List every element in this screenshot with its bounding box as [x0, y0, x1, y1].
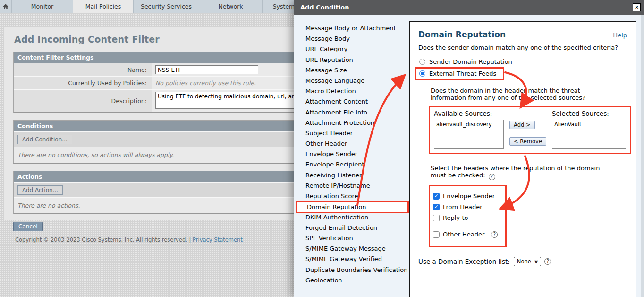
modal-header: Add Condition ✕ — [294, 0, 644, 15]
name-input[interactable] — [155, 65, 258, 74]
criteria-question: Does the sender domain match any one of … — [418, 44, 627, 51]
condition-list-item[interactable]: DKIM Authentication — [294, 212, 409, 223]
name-label: Name: — [14, 63, 152, 76]
close-button[interactable]: ✕ — [633, 3, 641, 11]
chevron-down-icon: ∨ — [534, 259, 538, 264]
checkbox-label: Reply-to — [443, 214, 468, 221]
condition-list-item[interactable]: Envelope Recipient — [294, 159, 409, 170]
description-label: Description: — [14, 89, 152, 112]
condition-list-item[interactable]: Macro Detection — [294, 86, 409, 96]
condition-list-item[interactable]: SPF Verification — [294, 233, 409, 244]
headers-question: Select the headers where the reputation … — [431, 165, 609, 180]
tab-network[interactable]: Network — [199, 0, 263, 13]
condition-list-item[interactable]: Attachment File Info — [294, 107, 409, 118]
remove-source-button[interactable]: < Remove — [509, 137, 546, 146]
checkbox-other-header[interactable]: Other Header — [433, 230, 498, 239]
tab-security-services[interactable]: Security Services — [134, 0, 199, 13]
condition-list-item[interactable]: Attachment Content — [294, 96, 409, 107]
copyright-text: Copyright © 2003-2023 Cisco Systems, Inc… — [15, 236, 191, 243]
policies-value: No policies currently use this rule. — [155, 79, 256, 87]
radio-label: Sender Domain Reputation — [429, 58, 512, 65]
condition-list-item[interactable]: URL Category — [294, 44, 409, 54]
condition-list-item-domain-reputation[interactable]: Domain Reputation — [296, 201, 409, 213]
checkbox-checked-icon — [433, 193, 440, 200]
panel-title: Domain Reputation — [418, 30, 506, 39]
modal-title: Add Condition — [300, 4, 349, 11]
radio-on-icon — [419, 70, 425, 77]
condition-list-item[interactable]: Message Body — [294, 34, 409, 44]
sources-question: Does the domain in the header match the … — [431, 87, 597, 101]
condition-list-item[interactable]: Geolocation — [294, 275, 409, 286]
checkbox-unchecked-icon — [433, 231, 440, 238]
add-action-button[interactable]: Add Action... — [17, 185, 63, 195]
annotation-box-sources: Available Sources: alienvault_discovery … — [429, 106, 631, 154]
tab-mail-policies[interactable]: Mail Policies — [73, 0, 134, 13]
condition-list-item[interactable]: URL Reputation — [294, 55, 409, 65]
radio-off-icon — [419, 59, 425, 65]
domain-exception-label: Use a Domain Exception list: — [418, 258, 510, 265]
condition-list-item[interactable]: S/MIME Gateway Message — [294, 244, 409, 254]
home-icon — [2, 3, 9, 10]
annotation-box-headers: Envelope Sender From Header Reply-to Oth… — [429, 185, 507, 247]
checkbox-label: Envelope Sender — [443, 192, 495, 200]
help-icon[interactable] — [491, 231, 498, 238]
available-sources-listbox[interactable]: alienvault_discovery — [434, 120, 504, 149]
checkbox-checked-icon — [433, 204, 440, 210]
checkbox-reply-to[interactable]: Reply-to — [433, 214, 498, 222]
checkbox-label: Other Header — [443, 231, 484, 238]
help-icon[interactable] — [544, 258, 551, 265]
available-sources-label: Available Sources: — [434, 110, 504, 117]
tab-monitor[interactable]: Monitor — [12, 0, 73, 13]
condition-list-item[interactable]: Envelope Sender — [294, 149, 409, 159]
condition-list-item[interactable]: Subject Header — [294, 128, 409, 139]
checkbox-from-header[interactable]: From Header — [433, 203, 498, 211]
modal-right-strip — [641, 15, 644, 297]
condition-list-item[interactable]: Duplicate Boundaries Verification — [294, 265, 409, 275]
list-item[interactable]: alienvault_discovery — [436, 121, 501, 128]
add-source-button[interactable]: Add > — [509, 121, 535, 129]
privacy-statement-link[interactable]: Privacy Statement — [193, 236, 243, 243]
condition-list-item[interactable]: Receiving Listener — [294, 170, 409, 181]
selected-sources-listbox[interactable]: AlienVault — [552, 120, 626, 149]
selected-sources-label: Selected Sources: — [552, 110, 626, 117]
condition-list-item[interactable]: Attachment Protection — [294, 118, 409, 128]
checkbox-unchecked-icon — [433, 215, 440, 221]
home-tab[interactable] — [0, 0, 12, 13]
domain-reputation-panel: Domain Reputation Help Does the sender d… — [409, 21, 636, 297]
add-condition-button[interactable]: Add Condition... — [17, 135, 72, 144]
close-icon: ✕ — [635, 5, 639, 10]
radio-external-threat-feeds[interactable]: External Threat Feeds — [429, 70, 496, 77]
cancel-button[interactable]: Cancel — [13, 222, 43, 231]
annotation-box-external-threat-feeds: External Threat Feeds — [415, 67, 504, 80]
checkbox-label: From Header — [443, 203, 483, 210]
help-link[interactable]: Help — [613, 32, 627, 39]
headers-question-text: Select the headers where the reputation … — [431, 165, 600, 179]
condition-list-item[interactable]: Message Body or Attachment — [294, 23, 409, 34]
list-item[interactable]: AlienVault — [554, 121, 624, 128]
help-icon[interactable] — [489, 174, 495, 180]
domain-exception-select[interactable]: None ∨ — [514, 257, 541, 266]
policies-label: Currently Used by Policies: — [14, 76, 152, 89]
condition-list-item[interactable]: S/MIME Gateway Verified — [294, 254, 409, 264]
condition-type-list: Message Body or Attachment Message Body … — [294, 15, 409, 297]
condition-list-item[interactable]: Remote IP/Hostname — [294, 181, 409, 191]
condition-list-item[interactable]: Other Header — [294, 139, 409, 149]
condition-list-item[interactable]: Forged Email Detection — [294, 223, 409, 233]
condition-list-item[interactable]: Message Language — [294, 76, 409, 86]
checkbox-envelope-sender[interactable]: Envelope Sender — [433, 192, 498, 201]
radio-sender-domain-reputation[interactable]: Sender Domain Reputation — [419, 58, 627, 66]
condition-list-item[interactable]: Reputation Score — [294, 191, 409, 201]
footer: Copyright © 2003-2023 Cisco Systems, Inc… — [15, 236, 243, 243]
select-value: None — [517, 258, 531, 265]
condition-list-item[interactable]: Message Size — [294, 65, 409, 76]
add-condition-modal: Add Condition ✕ Message Body or Attachme… — [294, 0, 644, 297]
